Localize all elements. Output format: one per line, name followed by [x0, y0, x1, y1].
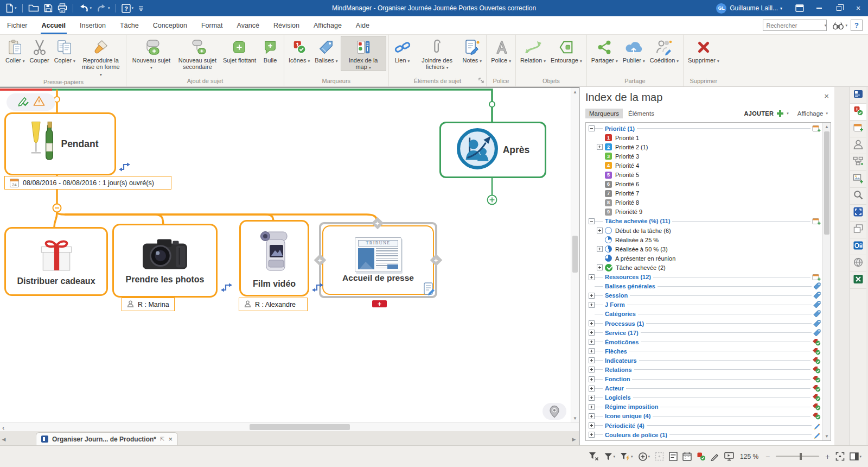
- zoom-slider[interactable]: [776, 456, 819, 457]
- index-tree-section-periodicite-4[interactable]: Périodicité (4): [589, 421, 821, 430]
- index-tree-section-fonction[interactable]: Fonction: [589, 375, 821, 384]
- selection-frame[interactable]: TRIBUNE Accueil de presse: [319, 222, 437, 298]
- tree-expander-icon[interactable]: [589, 348, 595, 354]
- outlook-pane-button[interactable]: [850, 238, 866, 255]
- index-tree-section-icone-unique-4[interactable]: Icone unique (4): [589, 412, 821, 421]
- open-document-button[interactable]: [26, 1, 41, 15]
- index-tree-section-fleches[interactable]: Flèches: [589, 346, 821, 356]
- map-parts-pane-button[interactable]: [850, 154, 866, 171]
- ribbon-button-balises[interactable]: Balises ▾: [312, 36, 340, 64]
- tree-expander-icon[interactable]: [589, 125, 595, 131]
- menu-tab-aide[interactable]: Aide: [349, 16, 376, 34]
- ribbon-button-reproduire-la-mise-en-forme[interactable]: Reproduire la mise en forme ▾: [78, 36, 124, 78]
- tab-marqueurs[interactable]: Marqueurs: [585, 109, 623, 118]
- index-tree-item-a-presenter-en-reunion[interactable]: A présenter en réunion: [589, 254, 821, 263]
- index-tree-item-realisee-a-50-3[interactable]: Réalisée à 50 % (3): [589, 244, 821, 254]
- index-tree-section-logiciels[interactable]: Logiciels: [589, 393, 821, 402]
- tree-expander-icon[interactable]: [589, 404, 595, 410]
- ribbon-button-notes[interactable]: Notes ▾: [461, 36, 484, 64]
- search-pane-button[interactable]: [850, 188, 866, 205]
- panel-layout-button[interactable]: ▾: [850, 452, 861, 460]
- tree-expander-icon[interactable]: [589, 386, 595, 392]
- tree-expander-icon[interactable]: [589, 395, 595, 401]
- ribbon-button-entourage[interactable]: Entourage ▾: [548, 36, 584, 64]
- redo-button[interactable]: ▾: [94, 1, 112, 15]
- menu-tab-format[interactable]: Format: [194, 16, 230, 34]
- search-scope-chevron-icon[interactable]: ▾: [821, 23, 829, 28]
- index-tree-section-tache-achevee-11[interactable]: Tâche achevée (%) (11): [589, 217, 821, 226]
- tree-expander-icon[interactable]: [589, 320, 595, 326]
- resource-badge-alexandre[interactable]: R : Alexandre: [239, 298, 308, 311]
- ribbon-button-partager[interactable]: Partager ▾: [589, 36, 620, 64]
- dialog-launcher-icon[interactable]: [478, 78, 484, 84]
- index-tree-section-j-form[interactable]: J Form: [589, 300, 821, 310]
- scroll-up-icon[interactable]: [823, 124, 831, 129]
- tab-elements[interactable]: Éléments: [624, 109, 658, 118]
- web-pane-button[interactable]: [850, 255, 866, 272]
- print-button[interactable]: [55, 1, 69, 15]
- index-tree-item-priorite-5[interactable]: 5Priorité 5: [589, 170, 821, 179]
- tree-expander-icon[interactable]: [589, 293, 595, 299]
- ribbon-button-couper[interactable]: Couper: [28, 36, 52, 64]
- ribbon-button-coller[interactable]: Coller ▾: [3, 36, 27, 64]
- ribbon-button-coedition[interactable]: Coédition ▾: [648, 36, 681, 64]
- index-tree-item-debut-de-la-tache-6[interactable]: Début de la tâche (6): [589, 226, 821, 235]
- outline-view-button[interactable]: [669, 452, 678, 461]
- ribbon-button-lien[interactable]: Lien ▾: [391, 36, 414, 64]
- menu-tab-revision[interactable]: Révision: [266, 16, 307, 34]
- map-alert-badges[interactable]: [7, 93, 55, 111]
- tree-expander-icon[interactable]: [589, 413, 595, 419]
- zoom-out-button[interactable]: −: [764, 452, 771, 461]
- topic-pendant[interactable]: Pendant: [4, 112, 116, 175]
- index-tree-section-emoticones[interactable]: Émoticônes: [589, 337, 821, 346]
- quick-access-more-button[interactable]: [136, 1, 146, 15]
- menu-tab-fichier[interactable]: Fichier: [0, 16, 35, 34]
- new-document-button[interactable]: ▾: [3, 1, 19, 15]
- tree-expander-icon[interactable]: [589, 274, 595, 280]
- canvas-vertical-scrollbar[interactable]: [571, 88, 579, 422]
- scroll-up-icon[interactable]: [571, 90, 579, 94]
- tree-expander-icon[interactable]: [589, 432, 595, 438]
- tree-scrollbar[interactable]: [822, 123, 831, 440]
- restore-button[interactable]: [829, 0, 848, 16]
- index-tree-item-priorite-8[interactable]: 8Priorité 8: [589, 198, 821, 207]
- schedule-view-button[interactable]: [682, 452, 692, 461]
- avatar[interactable]: GL: [716, 3, 726, 14]
- close-button[interactable]: ×: [848, 0, 868, 16]
- tree-expander-icon[interactable]: [589, 367, 595, 373]
- tree-expander-icon[interactable]: [589, 339, 595, 345]
- index-tree-section-categories[interactable]: Catégories: [589, 310, 821, 319]
- panel-close-icon[interactable]: ×: [824, 91, 829, 100]
- scroll-left-icon[interactable]: [2, 424, 4, 431]
- resource-badge-marina[interactable]: R : Marina: [122, 298, 175, 311]
- account-menu[interactable]: Guillaume Laill...: [730, 4, 778, 12]
- relationship-icon[interactable]: [117, 162, 130, 174]
- filter-button[interactable]: ▾: [604, 452, 616, 461]
- tab-popout-icon[interactable]: ⇱: [160, 436, 164, 442]
- markers-view-button[interactable]: [697, 452, 706, 461]
- menu-tab-avance[interactable]: Avancé: [230, 16, 266, 34]
- add-plus-icon[interactable]: [776, 110, 784, 117]
- topic-accueil-de-presse[interactable]: TRIBUNE Accueil de presse: [322, 225, 434, 295]
- ribbon-button-index-de-la-map[interactable]: Index de la map ▾: [341, 36, 386, 71]
- add-chevron-icon[interactable]: ▾: [787, 111, 789, 116]
- tree-expander-icon[interactable]: [589, 302, 595, 308]
- scroll-down-icon[interactable]: [823, 434, 831, 439]
- ribbon-button-supprimer[interactable]: Supprimer ▾: [686, 36, 722, 64]
- affichage-chevron-icon[interactable]: ▾: [826, 111, 828, 116]
- index-tree-item-priorite-2-1[interactable]: 2Priorité 2 (1): [589, 142, 821, 152]
- tree-expander-icon[interactable]: [597, 228, 603, 234]
- ribbon-button-nouveau-sujet[interactable]: Nouveau sujet ▾: [129, 36, 174, 71]
- topic-apres[interactable]: Après: [439, 122, 546, 178]
- images-pane-button[interactable]: [850, 171, 866, 188]
- tab-close-icon[interactable]: ×: [168, 435, 173, 443]
- windows-pane-button[interactable]: [850, 222, 866, 238]
- ribbon-button-relation[interactable]: Relation ▾: [518, 36, 548, 64]
- relationship-icon[interactable]: [219, 282, 232, 295]
- canvas-horizontal-scrollbar[interactable]: [0, 422, 579, 431]
- topic-film-video[interactable]: Film vidéo: [239, 220, 309, 296]
- index-tree-section-indicateurs[interactable]: Indicateurs: [589, 356, 821, 365]
- document-map-pane-button[interactable]: [850, 87, 866, 104]
- ribbon-button-sujet-flottant[interactable]: Sujet flottant: [221, 36, 258, 64]
- help-button[interactable]: ?: [851, 20, 863, 31]
